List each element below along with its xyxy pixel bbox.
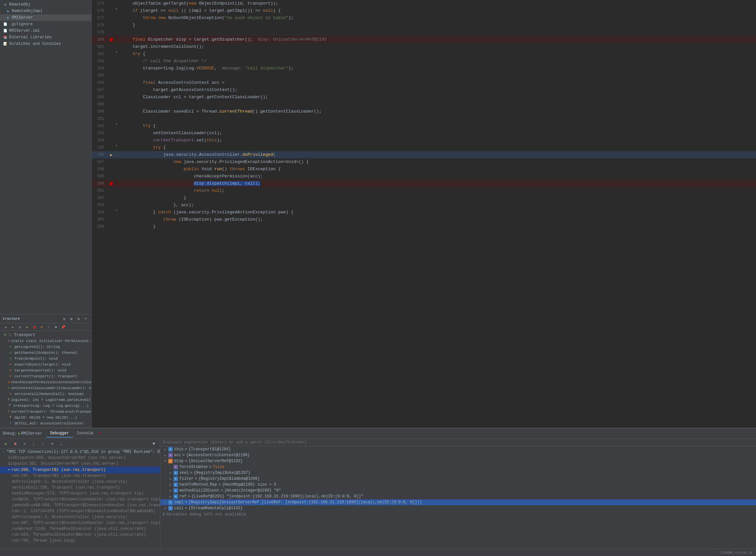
line-gutter: [108, 130, 114, 137]
struct-item-loglevel[interactable]: f logLevel: int = LogStream.parseLevel(.…: [0, 397, 91, 403]
thread-frame-runworker[interactable]: runWorker:1149, ThreadPoolExecutor (java…: [0, 526, 160, 532]
line-code: [120, 72, 756, 79]
nav-prev-btn[interactable]: ◂: [3, 324, 8, 330]
run-to-cursor-btn[interactable]: ⇥: [48, 440, 56, 447]
sort-alpha-btn[interactable]: ⇅: [61, 316, 67, 322]
fold-btn[interactable]: ▼: [114, 209, 118, 213]
var-item-call[interactable]: ▶ ≡ call = {StreamRemoteCall@1142}: [160, 505, 756, 511]
refresh-btn[interactable]: ↺: [17, 324, 23, 330]
thread-frame-dispatch[interactable]: dispatch:301, UnicastServerRef (sun.rmi.…: [0, 461, 160, 467]
frame-label: run:197, Transport$1 (sun.rmi.transport): [12, 474, 106, 478]
struct-item-dgcid[interactable]: f dgcID: ObjID = new ObjID(...): [0, 415, 91, 420]
debug-btn[interactable]: 🐞: [31, 324, 37, 330]
sidebar-item-remoteobjimpl[interactable]: ◉ RemoteObjImpl: [0, 8, 91, 14]
fold-btn[interactable]: ▼: [114, 50, 118, 54]
sidebar-item-rmiserver[interactable]: ◉ RMIServer: [0, 14, 91, 21]
struct-item-label: setContextClassLoader(ClassLoader): void: [11, 386, 91, 390]
step-over-btn[interactable]: ↷: [21, 440, 28, 447]
thread-frame-servicecall[interactable]: serviceCall:196, Transport (sun.rmi.tran…: [0, 485, 160, 491]
struct-item-free[interactable]: m free(Endpoint): void: [0, 356, 91, 361]
thread-frame-doprivileged2[interactable]: doPrivileged:-1, AccessController (java.…: [0, 514, 160, 520]
settings-btn[interactable]: ⚙: [76, 316, 81, 322]
field-icon: f: [8, 409, 9, 414]
thread-frame-run197[interactable]: run:197, Transport$1 (sun.rmi.transport): [0, 473, 160, 479]
step-out-btn[interactable]: ↑: [39, 440, 46, 447]
fold-gutter: ↓: [114, 151, 120, 159]
var-item-forcestubuse[interactable]: ≡ forceStubUse = false: [160, 464, 756, 470]
line-number: 193: [92, 130, 108, 137]
stop-btn[interactable]: ■: [12, 440, 19, 447]
thread-frame-handlemsg[interactable]: handleMessages:573, TCPTransport (sun.rm…: [0, 491, 160, 496]
code-container[interactable]: 174 objectTable.getTarget(new ObjectEndp…: [92, 0, 756, 428]
var-item-hashtomethod[interactable]: ▶ ≡ hashToMethod_Map = {HashMap@1289} si…: [160, 482, 756, 488]
struct-item-transportlog[interactable]: f transportLog: Log = Log.getLog(...): [0, 403, 91, 409]
thread-frame-run200[interactable]: ↩ run:200, Transport$1 (sun.rmi.transpor…: [0, 467, 160, 473]
breakpoint[interactable]: [110, 182, 113, 185]
evaluate-btn[interactable]: …: [58, 440, 65, 447]
struct-item-checkaccept[interactable]: m checkAcceptPermission(AccessControlCon…: [0, 379, 91, 385]
close-session-btn[interactable]: ×: [99, 431, 101, 436]
thread-frame-lambda[interactable]: lambda$run$0:688, TCPTransport$Connectio…: [0, 502, 160, 508]
var-item-disp[interactable]: ▼ ≡ disp = {UnicastServerRef@1192}: [160, 458, 756, 464]
thread-frame-run750[interactable]: run:750, Thread (java.lang): [0, 538, 160, 544]
line-gutter: [108, 79, 114, 86]
var-item-filter[interactable]: ▶ ≡ filter = {RegistryImpl$lambda@1288}: [160, 476, 756, 482]
struct-item-setcontext[interactable]: m setContextClassLoader(ClassLoader): vo…: [0, 385, 91, 391]
breakpoint[interactable]: [110, 38, 113, 41]
var-item-acc[interactable]: ▶ ≡ acc = {AccessControlContext@1196}: [160, 452, 756, 458]
resume-btn[interactable]: ▶: [3, 440, 10, 447]
close-btn[interactable]: ×: [83, 316, 89, 322]
struct-item-targetunexported[interactable]: m targetUnexported(): void: [0, 368, 91, 373]
filter-threads-btn[interactable]: ▼: [150, 440, 158, 447]
struct-item-getloglevel[interactable]: m getLogLevel(): String: [0, 344, 91, 350]
var-item-this[interactable]: ▶ ≡ this = {Transport$1@1284}: [160, 446, 756, 452]
struct-item-getchannel[interactable]: m getChannel(Endpoint): Channel: [0, 350, 91, 356]
var-item-methodcallidcount[interactable]: ▶ ≡ methodCallIDCount = {AtomicInteger@1…: [160, 488, 756, 493]
sidebar-item-remoteobj[interactable]: ◉ RemoteObj: [0, 1, 91, 8]
struct-item-currenttransport-m[interactable]: m currentTransport(): Transport: [0, 373, 91, 379]
thread-frame-run-1[interactable]: run:-1, 1247244359 (TCPTransport$Connect…: [0, 508, 160, 514]
sort-visibility-btn[interactable]: ⊞: [68, 316, 74, 322]
sidebar-item-extlib[interactable]: 📚 External Libraries: [0, 34, 91, 41]
sidebar-item-scratches[interactable]: 📝 Scratches and Consoles: [0, 41, 91, 47]
sidebar-item-iml[interactable]: 📄 RMIServer.iml: [0, 28, 91, 34]
struct-item-currenttransport-f[interactable]: f currentTransport: ThreadLocal<Transpor…: [0, 409, 91, 415]
var-item-impl[interactable]: ▶ ≡ impl = {RegistryImpl[UnicastServerRe…: [160, 499, 756, 505]
var-name: filter: [179, 477, 194, 481]
sidebar: ◉ RemoteObj ◉ RemoteObjImpl ◉ RMIServer …: [0, 0, 92, 428]
var-item-ref[interactable]: ▶ ≡ ref = {LiveRef@1291} "[endpoint:[192…: [160, 493, 756, 499]
fold-btn[interactable]: ▼: [114, 144, 118, 148]
thread-running[interactable]: ✓ "RMI TCP Connection(1)-127.0.0.1"@1,01…: [0, 449, 160, 455]
struct-item-servicecall[interactable]: m serviceCall(RemoteCall): boolean: [0, 391, 91, 397]
nav-next-btn[interactable]: ▸: [10, 324, 16, 330]
tab-debugger[interactable]: Debugger: [46, 430, 73, 438]
filter-btn[interactable]: ⊛: [53, 324, 59, 330]
expand-icon: ▶: [168, 494, 173, 499]
fold-btn[interactable]: ▼: [114, 7, 118, 11]
fold-btn[interactable]: ▼: [114, 123, 118, 126]
struct-item-transport[interactable]: ▼ C Transport: [0, 332, 91, 338]
var-item-skel[interactable]: ▶ ≡ skel = {RegistryImpl$skel@1287}: [160, 470, 756, 476]
code-line-181: 181 target.incrementCallCount();: [92, 43, 756, 50]
tab-console[interactable]: Console: [73, 430, 97, 438]
config-btn[interactable]: ⚙: [39, 324, 44, 330]
line-code: }: [120, 223, 756, 231]
thread-frame-olddispatch[interactable]: oldDispatch:450, UnicastServerRef (sun.r…: [0, 455, 160, 461]
debug-label: Debug:: [3, 431, 17, 436]
pin-btn[interactable]: 📌: [60, 324, 66, 330]
step-into-btn[interactable]: ↓: [30, 440, 37, 447]
thread-frame-run687[interactable]: run:687, TCPTransport$ConnectionHandler …: [0, 520, 160, 526]
code-line-183: 183 /* call the dispatcher */: [92, 58, 756, 65]
thread-frame-doprivileged[interactable]: doPrivileged:-1, AccessController (java.…: [0, 479, 160, 485]
bookmark-btn[interactable]: ☆: [46, 324, 52, 330]
run-btn[interactable]: ▶: [24, 324, 30, 330]
struct-item-setcclacc[interactable]: f SETCCL_ACC: AccessControlContext: [0, 420, 91, 426]
sidebar-item-gitignore[interactable]: 📄 .gitignore: [0, 21, 91, 28]
var-search-input[interactable]: [163, 440, 753, 445]
struct-item-static[interactable]: S static class initializer Permissions p…: [0, 338, 91, 344]
line-code: } catch (java.security.PrivilegedActionE…: [120, 209, 756, 216]
struct-item-exportobj[interactable]: m exportObject(Target): void: [0, 361, 91, 368]
thread-frame-run624[interactable]: run:624, ThreadPoolExecutor$Worker (java…: [0, 532, 160, 538]
frame-label: doPrivileged:-1, AccessController (java.…: [12, 479, 127, 484]
thread-frame-run834[interactable]: run$834, TCPTransport$ConnectionHandler …: [0, 496, 160, 502]
